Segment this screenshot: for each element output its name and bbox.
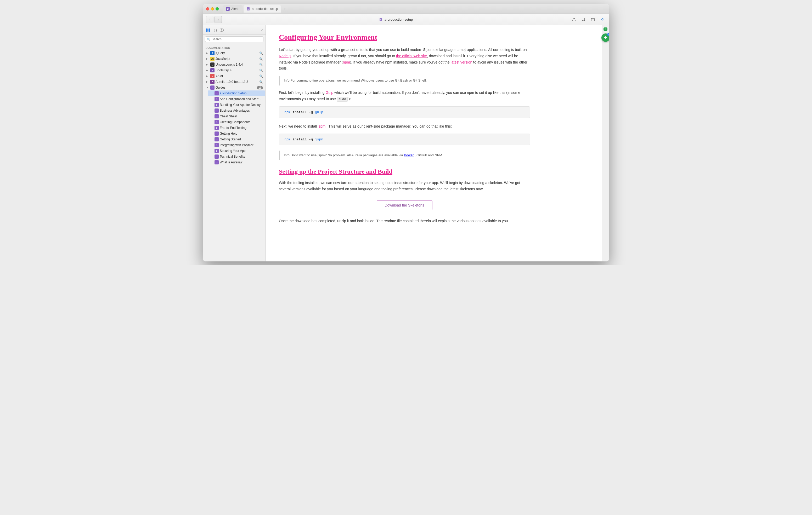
guide-icon: G (214, 109, 219, 113)
tab-bar: B Alerts G a-production-setup + (223, 5, 606, 12)
bootstrap-search-icon[interactable]: 🔍 (259, 69, 263, 72)
info-block-1: Info For command-line operations, we rec… (279, 76, 530, 86)
sidebar-item-jquery-label: jQuery (215, 51, 225, 55)
sidebar-item-what-is-aurelia[interactable]: G What is Aurelia? (208, 159, 265, 165)
sidebar-item-guides[interactable]: ▼ G Guides 13 (204, 85, 265, 90)
js-icon: JS (210, 57, 214, 61)
gulp-link[interactable]: Gulp (326, 90, 334, 95)
fullscreen-button[interactable] (215, 7, 219, 10)
sidebar-tree-btn[interactable] (205, 27, 211, 33)
code1-flag: -g (307, 110, 315, 114)
code1-pkg: gulp (315, 110, 323, 114)
jspm-link[interactable]: jspm (318, 124, 326, 128)
jquery-search-icon[interactable]: 🔍 (259, 52, 263, 55)
yaml-search-icon[interactable]: 🔍 (259, 74, 263, 78)
sidebar-item-underscore-label: Underscore.js 1.4.4 (215, 63, 243, 66)
guide-icon: G (214, 126, 219, 130)
para3b-text: . This will serve as our client-side pac… (326, 124, 452, 128)
content-area: Configuring Your Environment Let's start… (266, 25, 602, 262)
para2c-text: ): (349, 97, 351, 101)
sidebar-item-e2e[interactable]: G End-to-End Testing (208, 125, 265, 131)
nodejs-link[interactable]: Node.js (279, 54, 291, 58)
sidebar-item-aurelia[interactable]: ▶ A Aurelia 1.0.0-beta.1.1.3 🔍 (204, 79, 265, 85)
sidebar-item-app-config[interactable]: G App Configuration and Start... (208, 96, 265, 102)
info-block-2: Info Don't want to use jspm? No problem.… (279, 151, 530, 160)
sidebar-item-business[interactable]: G Business Advantages (208, 108, 265, 114)
sidebar-item-technical[interactable]: G Technical Benefits (208, 154, 265, 159)
close-button[interactable] (206, 7, 209, 10)
notification-badge: 0 (604, 27, 608, 31)
sidebar-item-getting-help[interactable]: G Getting Help (208, 131, 265, 137)
search-input[interactable] (212, 37, 262, 41)
bootstrap-icon: B (210, 68, 214, 72)
sudo-code: sudo (337, 97, 348, 102)
sidebar-item-underscore[interactable]: ▶ _ Underscore.js 1.4.4 🔍 (204, 62, 265, 67)
sidebar-item-cheat-sheet[interactable]: G Cheat Sheet (208, 114, 265, 119)
npm-link[interactable]: npm (343, 60, 350, 64)
download-skeletons-button[interactable]: Download the Skeletons (377, 200, 432, 210)
sidebar-item-jquery[interactable]: ▶ J jQuery 🔍 (204, 50, 265, 56)
share-button[interactable] (570, 16, 578, 23)
tab-alerts[interactable]: B Alerts (223, 5, 242, 12)
svg-rect-9 (209, 29, 210, 32)
sidebar: { } ⌂ 🔍 DOCUMENTATION ▶ J jQuery (203, 25, 266, 262)
sidebar-item-securing[interactable]: G Securing Your App (208, 148, 265, 154)
back-button[interactable]: ‹ (206, 16, 213, 23)
home-button[interactable]: ⌂ (261, 28, 263, 32)
sidebar-item-javascript[interactable]: ▶ JS JavaScript 🔍 (204, 56, 265, 62)
sidebar-item-yaml[interactable]: ▶ Y YAML 🔍 (204, 73, 265, 79)
forward-button[interactable]: › (214, 16, 222, 23)
sidebar-item-creating-label: Creating Components (220, 120, 250, 124)
sidebar-item-integrating-polymer[interactable]: G Integrating with Polymer (208, 142, 265, 148)
new-tab-button[interactable]: + (282, 6, 288, 11)
sidebar-item-bundling[interactable]: G Bundling Your App for Deploy (208, 102, 265, 108)
para1b-text: . If you have that installed already, gr… (291, 54, 395, 58)
sidebar-item-getting-started-label: Getting Started (220, 138, 241, 141)
main-layout: { } ⌂ 🔍 DOCUMENTATION ▶ J jQuery (203, 25, 609, 262)
guide-icon: G (214, 154, 219, 159)
sidebar-item-javascript-label: JavaScript (215, 57, 230, 61)
content-para-5: Once the download has completed, unzip i… (279, 218, 530, 224)
edit-button[interactable] (599, 16, 606, 23)
tab-production-label: a-production-setup (252, 7, 278, 11)
gear-icon: ⚙ (607, 33, 609, 36)
guide-icon: G (214, 137, 219, 142)
tab-production-setup[interactable]: G a-production-setup (243, 5, 281, 12)
underscore-search-icon[interactable]: 🔍 (259, 63, 263, 66)
bookmarks-button[interactable] (580, 16, 587, 23)
guides-arrow-icon: ▼ (206, 86, 209, 89)
download-btn-wrap: Download the Skeletons (279, 200, 530, 210)
sidebar-item-aurelia-label: Aurelia 1.0.0-beta.1.1.3 (215, 80, 248, 84)
sidebar-item-a-production-setup[interactable]: G a Production Setup (208, 90, 265, 96)
aurelia-search-icon[interactable]: 🔍 (259, 80, 263, 84)
para2a-text: First, let's begin by installing (279, 90, 325, 95)
sidebar-item-bootstrap[interactable]: ▶ B Bootstrap 4 🔍 (204, 67, 265, 73)
info2b-text: , GitHub and NPM. (415, 153, 443, 157)
code-block-1: npm install -g gulp (279, 107, 530, 118)
guide-icon: G (214, 114, 219, 118)
right-gutter: 0 + ⚙ (602, 25, 609, 262)
search-input-wrap[interactable]: 🔍 (205, 36, 263, 42)
sidebar-item-creating-components[interactable]: G Creating Components (208, 119, 265, 125)
official-site-link[interactable]: the official web site (396, 54, 427, 58)
sidebar-item-getting-started[interactable]: G Getting Started (208, 137, 265, 142)
bower-link[interactable]: Bower (404, 153, 413, 157)
traffic-lights (206, 7, 219, 10)
guide-icon: G (214, 120, 219, 124)
code2-text: npm (284, 138, 292, 142)
latest-version-link[interactable]: latest version (451, 60, 472, 64)
sidebar-tag-btn[interactable] (220, 27, 226, 33)
sidebar-item-bundling-label: Bundling Your App for Deploy (220, 103, 261, 107)
js-search-icon[interactable]: 🔍 (259, 57, 263, 61)
minimize-button[interactable] (211, 7, 214, 10)
sidebar-item-production-label: a Production Setup (220, 91, 246, 95)
add-button[interactable]: + ⚙ (602, 33, 609, 42)
sidebar-item-app-config-label: App Configuration and Start... (220, 97, 261, 101)
svg-rect-8 (207, 29, 208, 32)
reader-button[interactable] (589, 16, 597, 23)
sidebar-code-btn[interactable]: { } (212, 27, 218, 33)
sidebar-item-cheatsheet-label: Cheat Sheet (220, 115, 237, 118)
titlebar: B Alerts G a-production-setup + (203, 4, 609, 14)
yaml-icon: Y (210, 74, 214, 78)
nav-title-icon: G (379, 18, 383, 22)
